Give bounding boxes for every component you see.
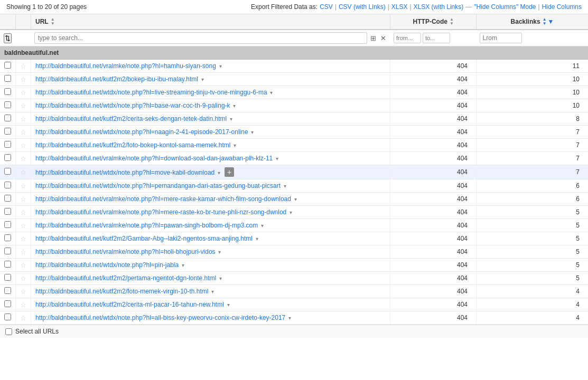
url-dropdown-arrow[interactable]: ▾ bbox=[274, 156, 278, 162]
url-dropdown-arrow[interactable]: ▾ bbox=[250, 129, 254, 135]
row-checkbox[interactable] bbox=[4, 154, 11, 161]
export-xlsx[interactable]: XLSX bbox=[391, 3, 408, 11]
star-icon[interactable]: ☆ bbox=[20, 301, 26, 309]
url-dropdown-arrow[interactable]: ▾ bbox=[293, 196, 297, 202]
url-dropdown-arrow[interactable]: ▾ bbox=[217, 249, 221, 255]
backlinks-sort-arrows[interactable]: ▲▼ bbox=[543, 17, 547, 26]
row-checkbox[interactable] bbox=[4, 287, 11, 294]
url-dropdown-arrow[interactable]: ▾ bbox=[232, 103, 236, 109]
url-dropdown-arrow[interactable]: ▾ bbox=[226, 302, 230, 308]
star-icon[interactable]: ☆ bbox=[20, 195, 26, 203]
export-label: Export Filtered Data as: bbox=[251, 3, 318, 11]
export-csv[interactable]: CSV bbox=[320, 3, 333, 11]
row-url-link[interactable]: http://baldnbeautiful.net/vralmke/note.p… bbox=[35, 195, 291, 203]
row-url-link[interactable]: http://baldnbeautiful.net/kutf2m2/pertam… bbox=[35, 274, 216, 282]
url-dropdown-arrow[interactable]: ▾ bbox=[228, 116, 232, 122]
star-icon[interactable]: ☆ bbox=[20, 261, 26, 269]
row-checkbox[interactable] bbox=[4, 248, 11, 254]
url-dropdown-arrow[interactable]: ▾ bbox=[218, 63, 222, 69]
row-checkbox[interactable] bbox=[4, 88, 11, 95]
url-sort-arrows[interactable]: ▲▼ bbox=[51, 17, 55, 26]
url-dropdown-arrow[interactable]: ▾ bbox=[200, 77, 204, 82]
http-from-input[interactable] bbox=[394, 33, 421, 43]
export-csv-links[interactable]: CSV (with Links) bbox=[339, 3, 386, 11]
star-icon[interactable]: ☆ bbox=[20, 248, 26, 256]
http-to-input[interactable] bbox=[423, 33, 450, 43]
url-dropdown-arrow[interactable]: ▾ bbox=[269, 90, 273, 96]
row-checkbox[interactable] bbox=[4, 182, 11, 188]
clear-filter-btn[interactable]: ✕ bbox=[379, 33, 387, 43]
star-icon[interactable]: ☆ bbox=[20, 141, 26, 149]
row-url-link[interactable]: http://baldnbeautiful.net/vralmke/note.p… bbox=[35, 155, 273, 162]
star-icon[interactable]: ☆ bbox=[20, 314, 26, 322]
row-url-link[interactable]: http://baldnbeautiful.net/vralmke/note.p… bbox=[35, 222, 258, 229]
row-url-link[interactable]: http://baldnbeautiful.net/vralmke/note.p… bbox=[35, 208, 286, 216]
row-url-link[interactable]: http://baldnbeautiful.net/kutf2m2/cerita… bbox=[35, 301, 224, 308]
row-url-link[interactable]: http://baldnbeautiful.net/kutf2m2/cerita… bbox=[35, 115, 227, 122]
row-checkbox[interactable] bbox=[4, 208, 11, 215]
http-sort-arrows[interactable]: ▲▼ bbox=[450, 17, 454, 26]
row-url-link[interactable]: http://baldnbeautiful.net/wtdx/note.php?… bbox=[35, 314, 285, 321]
row-url-link[interactable]: http://baldnbeautiful.net/vralmke/note.p… bbox=[35, 62, 216, 70]
star-icon[interactable]: ☆ bbox=[20, 62, 26, 70]
row-backlinks-cell: 4 bbox=[477, 285, 588, 298]
star-icon[interactable]: ☆ bbox=[20, 102, 26, 110]
star-icon[interactable]: ☆ bbox=[20, 208, 26, 216]
row-url-link[interactable]: http://baldnbeautiful.net/wtdx/note.php?… bbox=[35, 89, 267, 96]
row-url-link[interactable]: http://baldnbeautiful.net/wtdx/note.php?… bbox=[35, 128, 248, 136]
url-dropdown-arrow[interactable]: ▾ bbox=[287, 315, 291, 321]
star-icon[interactable]: ☆ bbox=[20, 89, 26, 97]
star-icon[interactable]: ☆ bbox=[20, 222, 26, 230]
star-icon[interactable]: ☆ bbox=[20, 155, 26, 163]
row-checkbox[interactable] bbox=[4, 75, 11, 82]
row-checkbox[interactable] bbox=[4, 314, 11, 320]
row-checkbox[interactable] bbox=[4, 168, 11, 175]
row-url-link[interactable]: http://baldnbeautiful.net/kutf2m2/foto-b… bbox=[35, 141, 231, 149]
row-checkbox[interactable] bbox=[4, 141, 11, 148]
row-url-link[interactable]: http://baldnbeautiful.net/wtdx/note.php?… bbox=[35, 169, 214, 176]
star-icon[interactable]: ☆ bbox=[20, 182, 26, 190]
row-url-link[interactable]: http://baldnbeautiful.net/wtdx/note.php?… bbox=[35, 261, 179, 269]
row-checkbox[interactable] bbox=[4, 101, 11, 108]
row-url-link[interactable]: http://baldnbeautiful.net/wtdx/note.php?… bbox=[35, 182, 281, 189]
url-dropdown-arrow[interactable]: ▾ bbox=[232, 142, 237, 148]
add-button[interactable]: + bbox=[225, 167, 234, 177]
row-checkbox[interactable] bbox=[4, 221, 11, 228]
row-checkbox[interactable] bbox=[4, 115, 11, 121]
url-dropdown-arrow[interactable]: ▾ bbox=[282, 183, 286, 189]
url-dropdown-arrow[interactable]: ▾ bbox=[180, 262, 184, 268]
export-xlsx-links[interactable]: XLSX (with Links) bbox=[414, 3, 464, 11]
row-checkbox[interactable] bbox=[4, 274, 11, 281]
url-dropdown-arrow[interactable]: ▾ bbox=[210, 289, 214, 294]
select-all-checkbox[interactable] bbox=[5, 328, 12, 335]
star-icon[interactable]: ☆ bbox=[20, 288, 26, 296]
star-icon[interactable]: ☆ bbox=[20, 128, 26, 136]
url-dropdown-arrow[interactable]: ▾ bbox=[254, 236, 258, 242]
hide-columns-mode[interactable]: "Hide Columns" Mode bbox=[474, 3, 536, 11]
row-checkbox[interactable] bbox=[4, 261, 11, 268]
row-url-link[interactable]: http://baldnbeautiful.net/kutf2m2/bokep-… bbox=[35, 75, 198, 83]
row-checkbox[interactable] bbox=[4, 128, 11, 135]
filter-btn[interactable]: ⊞ bbox=[369, 33, 377, 43]
search-input[interactable] bbox=[34, 32, 367, 44]
lrom-input[interactable] bbox=[480, 33, 522, 43]
url-dropdown-arrow[interactable]: ▾ bbox=[288, 210, 292, 215]
row-checkbox[interactable] bbox=[4, 234, 11, 241]
url-dropdown-arrow[interactable]: ▾ bbox=[216, 170, 220, 176]
url-dropdown-arrow[interactable]: ▾ bbox=[218, 276, 222, 281]
sort-direction-btn[interactable]: ⇅ bbox=[4, 33, 12, 43]
row-checkbox[interactable] bbox=[4, 195, 11, 202]
row-url-link[interactable]: http://baldnbeautiful.net/kutf2m2/foto-m… bbox=[35, 288, 209, 295]
star-icon[interactable]: ☆ bbox=[20, 235, 26, 243]
row-url-link[interactable]: http://baldnbeautiful.net/kutf2m2/Gambar… bbox=[35, 235, 253, 242]
row-url-link[interactable]: http://baldnbeautiful.net/wtdx/note.php?… bbox=[35, 102, 230, 109]
row-checkbox[interactable] bbox=[4, 300, 11, 307]
star-icon[interactable]: ☆ bbox=[20, 168, 26, 176]
star-icon[interactable]: ☆ bbox=[20, 115, 26, 123]
star-icon[interactable]: ☆ bbox=[20, 75, 26, 83]
row-checkbox[interactable] bbox=[4, 62, 11, 69]
url-dropdown-arrow[interactable]: ▾ bbox=[259, 223, 264, 229]
hide-columns[interactable]: Hide Columns bbox=[542, 3, 582, 11]
row-url-link[interactable]: http://baldnbeautiful.net/vralmke/note.p… bbox=[35, 248, 216, 255]
star-icon[interactable]: ☆ bbox=[20, 274, 26, 282]
